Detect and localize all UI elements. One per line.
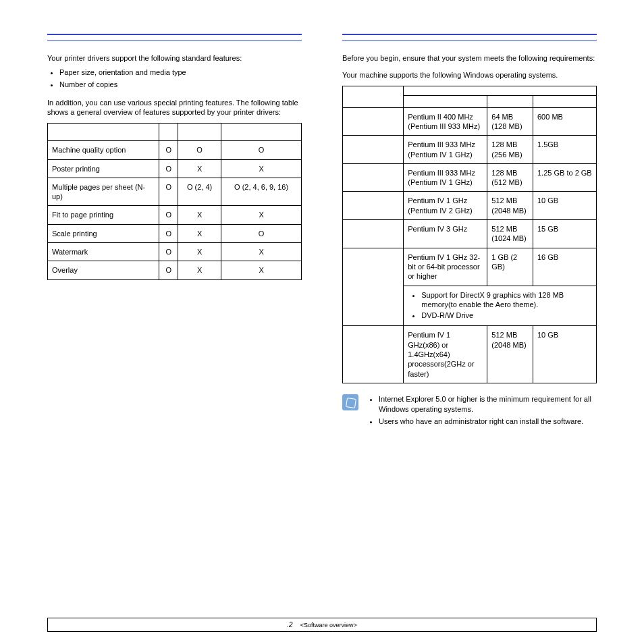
table-row: Pentium IV 1 GHz(x86) or 1.4GHz(x64) pro… bbox=[343, 326, 597, 383]
note-item: Support for DirectX 9 graphics with 128 … bbox=[421, 290, 592, 310]
table-row: Multiple pages per sheet (N-up)OO (2, 4)… bbox=[48, 178, 302, 206]
table-row: Poster printingOXX bbox=[48, 159, 302, 178]
bullet-item: Number of copies bbox=[59, 80, 302, 90]
requirements-intro: Before you begin, ensure that your syste… bbox=[342, 53, 597, 63]
page-label: <Software overview> bbox=[300, 622, 357, 628]
right-column: Before you begin, ensure that your syste… bbox=[342, 34, 597, 428]
table-row: Pentium III 933 MHz (Pentium IV 1 GHz)12… bbox=[343, 136, 597, 164]
note-block: Internet Explorer 5.0 or higher is the m… bbox=[342, 394, 597, 429]
driver-features-intro: Your printer drivers support the followi… bbox=[47, 53, 302, 63]
page-content: Your printer drivers support the followi… bbox=[0, 0, 644, 448]
table-row: Fit to page printingOXX bbox=[48, 206, 302, 224]
features-table-intro: In addition, you can use various special… bbox=[47, 98, 302, 118]
table-row: Pentium II 400 MHz (Pentium III 933 MHz)… bbox=[343, 107, 597, 136]
section-header-right bbox=[342, 34, 597, 41]
table-row: Pentium IV 3 GHz512 MB (1024 MB)15 GB bbox=[343, 220, 597, 248]
page-number: .2 bbox=[287, 621, 292, 628]
features-table: Machine quality optionOOO Poster printin… bbox=[47, 123, 302, 279]
table-row: WatermarkOXX bbox=[48, 243, 302, 261]
note-item: Internet Explorer 5.0 or higher is the m… bbox=[379, 394, 597, 414]
page-footer: .2 <Software overview> bbox=[47, 618, 597, 632]
note-bullets: Internet Explorer 5.0 or higher is the m… bbox=[368, 394, 597, 429]
bullet-item: Paper size, orientation and media type bbox=[59, 68, 302, 78]
table-row: Pentium IV 1 GHz 32-bit or 64-bit proces… bbox=[343, 248, 597, 286]
table-row: Scale printingOXO bbox=[48, 224, 302, 242]
table-row: Machine quality optionOOO bbox=[48, 141, 302, 159]
driver-features-bullets: Paper size, orientation and media type N… bbox=[47, 68, 302, 90]
table-row: Pentium IV 1 GHz (Pentium IV 2 GHz)512 M… bbox=[343, 192, 597, 220]
table-header-row bbox=[343, 86, 597, 95]
table-header-row bbox=[48, 124, 302, 141]
requirements-table: Pentium II 400 MHz (Pentium III 933 MHz)… bbox=[342, 86, 597, 383]
table-row: Pentium III 933 MHz (Pentium IV 1 GHz)12… bbox=[343, 163, 597, 192]
note-icon bbox=[342, 394, 358, 410]
windows-support-intro: Your machine supports the following Wind… bbox=[342, 70, 597, 80]
section-header-left bbox=[47, 34, 302, 41]
table-row: OverlayOXX bbox=[48, 261, 302, 279]
note-item: Users who have an administrator right ca… bbox=[379, 417, 597, 427]
left-column: Your printer drivers support the followi… bbox=[47, 34, 302, 428]
note-item: DVD-R/W Drive bbox=[421, 311, 592, 320]
